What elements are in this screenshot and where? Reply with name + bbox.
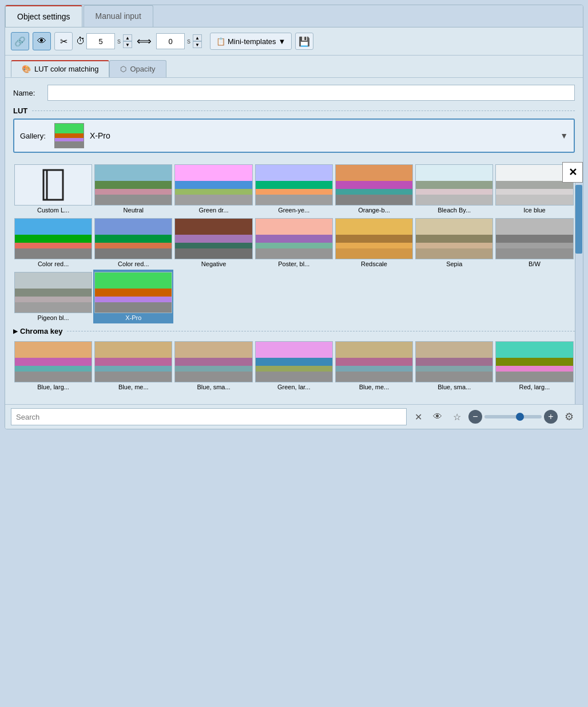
blue-large-thumb: [15, 342, 92, 382]
search-star-btn[interactable]: ☆: [449, 409, 465, 425]
chroma-section-header[interactable]: ▶ Chroma key: [13, 323, 575, 339]
chroma-item-blue-large[interactable]: Blue, larg...: [13, 339, 93, 393]
color-red1-thumb: [15, 219, 92, 259]
ice-thumb: [496, 165, 573, 205]
sync-icon: ⟺: [137, 35, 152, 48]
green-ye-thumb: [256, 165, 332, 205]
lut-row-2: Color red... Color red...: [13, 216, 575, 270]
chroma-item-green-large[interactable]: Green, lar...: [254, 339, 334, 393]
lut-label-green-dr: Green dr...: [174, 207, 252, 214]
green-dr-thumb: [175, 165, 252, 205]
search-eye-btn[interactable]: 👁: [430, 409, 446, 425]
gallery-dropdown[interactable]: Gallery: X-Pro ▼: [13, 119, 575, 153]
tab-object-settings[interactable]: Object settings: [5, 5, 82, 27]
lut-item-color-red1[interactable]: Color red...: [13, 216, 93, 270]
chroma-label: Chroma key: [20, 327, 62, 335]
chroma-label-red-large: Red, larg...: [495, 384, 573, 390]
lut-label-custom: Custom L...: [14, 207, 92, 214]
poster-thumb: [256, 219, 332, 259]
lut-item-green-ye[interactable]: Green-ye...: [254, 162, 334, 216]
mini-templates-btn[interactable]: 📋 Mini-templates ▼: [210, 33, 292, 50]
palette-icon: 🎨: [22, 65, 31, 73]
link-btn[interactable]: 🔗: [11, 32, 29, 50]
lut-label-xpro: X-Pro: [94, 314, 172, 321]
offset-unit: s: [187, 37, 190, 45]
tab-manual-input[interactable]: Manual input: [84, 5, 153, 27]
tab-lut[interactable]: 🎨 LUT color matching: [11, 60, 109, 77]
offset-input[interactable]: [156, 33, 185, 49]
search-input[interactable]: [11, 408, 407, 425]
chroma-label-green-large: Green, lar...: [255, 384, 333, 390]
zoom-controls: − +: [468, 410, 558, 424]
lut-item-custom[interactable]: Custom L...: [13, 162, 93, 216]
lut-label-redscale: Redscale: [335, 260, 413, 267]
lut-item-orange-b[interactable]: Orange-b...: [334, 162, 414, 216]
gallery-dropdown-arrow: ▼: [560, 131, 568, 140]
lut-label-poster: Poster, bl...: [255, 260, 333, 267]
neutral-thumb: [95, 165, 172, 205]
lut-row-3: Pigeon bl... X-Pro: [13, 270, 575, 323]
blue-small2-thumb: [416, 342, 492, 382]
duration-spinner: ▲ ▼: [123, 34, 132, 48]
lut-section-header: LUT: [13, 106, 575, 115]
lut-item-sepia[interactable]: Sepia: [414, 216, 494, 270]
duration-input[interactable]: [86, 33, 115, 49]
lut-item-redscale[interactable]: Redscale: [334, 216, 414, 270]
offset-up[interactable]: ▲: [193, 34, 202, 41]
duration-down[interactable]: ▼: [123, 41, 132, 48]
color-red2-thumb: [95, 219, 172, 259]
lut-item-neutral[interactable]: Neutral: [93, 162, 173, 216]
offset-group: s ▲ ▼: [156, 33, 202, 49]
zoom-slider[interactable]: [484, 415, 542, 418]
toolbar: 🔗 👁 ✂ ⏱ s ▲ ▼ ⟺ s ▲ ▼ 📋 Mini-templates ▼: [5, 27, 583, 56]
chroma-item-blue-med2[interactable]: Blue, me...: [334, 339, 414, 393]
name-input[interactable]: [47, 85, 575, 101]
lut-item-bleach[interactable]: Bleach By...: [414, 162, 494, 216]
lut-item-negative[interactable]: Negative: [173, 216, 253, 270]
lut-item-green-dr[interactable]: Green dr...: [173, 162, 253, 216]
book-icon: [39, 168, 67, 202]
gallery-name: X-Pro: [90, 131, 560, 140]
chroma-item-blue-small[interactable]: Blue, sma...: [173, 339, 253, 393]
lut-item-color-red2[interactable]: Color red...: [93, 216, 173, 270]
lut-grid-container: ✕: [13, 162, 575, 323]
save-btn[interactable]: 💾: [295, 33, 313, 50]
green-large-thumb: [256, 342, 332, 382]
template-icon: 📋: [216, 37, 225, 46]
chroma-label-blue-med2: Blue, me...: [335, 384, 413, 390]
scroll-area-container: ✕: [5, 162, 583, 404]
lut-item-xpro[interactable]: X-Pro: [93, 270, 173, 323]
lut-item-pigeon[interactable]: Pigeon bl...: [13, 270, 93, 323]
eye-btn[interactable]: 👁: [33, 32, 51, 50]
bottom-bar: ✕ 👁 ☆ − + ⚙: [5, 404, 583, 429]
name-label: Name:: [13, 89, 42, 97]
scrollbar-thumb[interactable]: [575, 185, 582, 254]
sepia-thumb: [416, 219, 492, 259]
negative-thumb: [175, 219, 252, 259]
scrollbar-track[interactable]: [575, 162, 583, 404]
duration-unit: s: [117, 37, 121, 45]
lut-label-orange-b: Orange-b...: [335, 207, 413, 214]
zoom-out-btn[interactable]: −: [468, 410, 482, 424]
offset-down[interactable]: ▼: [193, 41, 202, 48]
chroma-label-blue-large: Blue, larg...: [14, 384, 92, 390]
lut-label-pigeon: Pigeon bl...: [14, 314, 92, 321]
chroma-label-blue-med: Blue, me...: [94, 384, 172, 390]
settings-btn[interactable]: ⚙: [561, 409, 577, 425]
red-large-thumb: [496, 342, 573, 382]
main-container: Object settings Manual input 🔗 👁 ✂ ⏱ s ▲…: [5, 5, 583, 429]
chroma-item-blue-med[interactable]: Blue, me...: [93, 339, 173, 393]
chroma-item-red-large[interactable]: Red, larg...: [494, 339, 574, 393]
duration-up[interactable]: ▲: [123, 34, 132, 41]
search-clear-btn[interactable]: ✕: [410, 409, 426, 425]
zoom-slider-thumb[interactable]: [516, 413, 524, 421]
orange-b-thumb: [336, 165, 412, 205]
lut-item-poster[interactable]: Poster, bl...: [254, 216, 334, 270]
lut-label-bw: B/W: [495, 260, 573, 267]
scissors-btn[interactable]: ✂: [54, 32, 73, 50]
zoom-in-btn[interactable]: +: [544, 410, 558, 424]
tab-opacity[interactable]: ⬡ Opacity: [109, 60, 166, 77]
lut-item-bw[interactable]: B/W: [494, 216, 574, 270]
close-btn[interactable]: ✕: [562, 162, 583, 183]
chroma-item-blue-small2[interactable]: Blue, sma...: [414, 339, 494, 393]
